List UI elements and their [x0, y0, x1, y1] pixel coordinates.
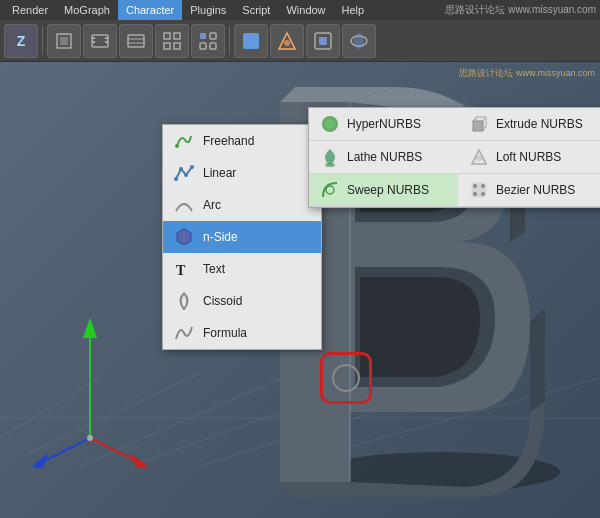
watermark: 思路设计论坛 www.missyuan.com: [445, 3, 596, 17]
watermark-text: 思路设计论坛 www.missyuan.com: [459, 67, 595, 80]
menu-mograph[interactable]: MoGraph: [56, 0, 118, 20]
loft-label: Loft NURBS: [496, 150, 561, 164]
toolbar-obj2[interactable]: [270, 24, 304, 58]
svg-rect-3: [92, 37, 95, 39]
formula-label: Formula: [203, 326, 247, 340]
circle-inner: [332, 364, 360, 392]
nurbs-loft[interactable]: Loft NURBS: [458, 141, 600, 174]
text-icon: T: [173, 258, 195, 280]
nside-icon: [173, 226, 195, 248]
svg-point-42: [174, 177, 178, 181]
svg-rect-13: [174, 43, 180, 49]
menu-nside[interactable]: n-Side: [163, 221, 321, 253]
svg-point-43: [179, 167, 183, 171]
svg-rect-12: [164, 43, 170, 49]
freehand-label: Freehand: [203, 134, 254, 148]
nav-cube-btn[interactable]: Z: [4, 24, 38, 58]
toolbar-grid[interactable]: [155, 24, 189, 58]
svg-rect-6: [105, 41, 108, 43]
svg-point-63: [481, 192, 485, 196]
menu-cissoid[interactable]: Cissoid: [163, 285, 321, 317]
freehand-icon: [173, 130, 195, 152]
menu-character[interactable]: Character: [118, 0, 182, 20]
lathe-label: Lathe NURBS: [347, 150, 422, 164]
arc-label: Arc: [203, 198, 221, 212]
svg-point-60: [473, 184, 477, 188]
toolbar-obj3[interactable]: [306, 24, 340, 58]
toolbar-grid2[interactable]: [191, 24, 225, 58]
menu-script[interactable]: Script: [234, 0, 278, 20]
svg-rect-15: [210, 33, 216, 39]
svg-point-58: [326, 186, 334, 194]
nurbs-extrude[interactable]: Extrude NURBS: [458, 108, 600, 141]
svg-rect-22: [319, 37, 327, 45]
text-label: Text: [203, 262, 225, 276]
menu-formula[interactable]: Formula: [163, 317, 321, 349]
svg-point-41: [175, 144, 179, 148]
nurbs-lathe[interactable]: Lathe NURBS: [309, 141, 458, 174]
svg-rect-14: [200, 33, 206, 39]
menu-render[interactable]: Render: [4, 0, 56, 20]
lathe-icon: [319, 146, 341, 168]
svg-marker-46: [177, 229, 191, 245]
toolbar-obj4[interactable]: [342, 24, 376, 58]
nurbs-hyper[interactable]: HyperNURBS: [309, 108, 458, 141]
viewport: 思路设计论坛 www.missyuan.com: [0, 62, 600, 518]
menubar: Render MoGraph Character Plugins Script …: [0, 0, 600, 20]
svg-rect-11: [174, 33, 180, 39]
menu-arc[interactable]: Arc: [163, 189, 321, 221]
svg-point-40: [87, 435, 93, 441]
extrude-label: Extrude NURBS: [496, 117, 583, 131]
svg-point-62: [473, 192, 477, 196]
bezier-label: Bezier NURBS: [496, 183, 575, 197]
separator-1: [42, 27, 43, 55]
svg-rect-17: [210, 43, 216, 49]
extrude-icon: [468, 113, 490, 135]
hypernurbs-label: HyperNURBS: [347, 117, 421, 131]
toolbar-film[interactable]: [83, 24, 117, 58]
linear-icon: [173, 162, 195, 184]
svg-rect-16: [200, 43, 206, 49]
svg-marker-37: [130, 453, 148, 468]
toolbar-cube[interactable]: [47, 24, 81, 58]
toolbar: Z: [0, 20, 600, 62]
svg-point-55: [325, 163, 335, 167]
svg-point-61: [481, 184, 485, 188]
svg-point-44: [184, 173, 188, 177]
svg-point-20: [284, 40, 290, 46]
nurbs-submenu: HyperNURBS Extrude NURBS: [308, 107, 600, 208]
red-circle-indicator: [320, 352, 372, 404]
linear-label: Linear: [203, 166, 236, 180]
nurbs-bezier[interactable]: Bezier NURBS: [458, 174, 600, 207]
toolbar-obj1[interactable]: [234, 24, 268, 58]
svg-rect-18: [243, 33, 259, 49]
sweep-icon: [319, 179, 341, 201]
hypernurbs-icon: [319, 113, 341, 135]
svg-marker-35: [83, 318, 97, 338]
svg-rect-5: [105, 37, 108, 39]
svg-rect-4: [92, 41, 95, 43]
svg-rect-10: [164, 33, 170, 39]
bezier-icon: [468, 179, 490, 201]
svg-point-24: [354, 33, 364, 49]
svg-rect-50: [473, 121, 483, 131]
menu-help[interactable]: Help: [334, 0, 373, 20]
menu-freehand[interactable]: Freehand: [163, 125, 321, 157]
nurbs-sweep[interactable]: Sweep NURBS: [309, 174, 458, 207]
nside-label: n-Side: [203, 230, 238, 244]
menu-plugins[interactable]: Plugins: [182, 0, 234, 20]
menu-linear[interactable]: Linear: [163, 157, 321, 189]
svg-rect-49: [325, 119, 335, 129]
svg-text:T: T: [176, 263, 186, 278]
svg-point-45: [190, 165, 194, 169]
separator-2: [229, 27, 230, 55]
spline-menu: Freehand Linear Arc: [162, 124, 322, 350]
menu-window[interactable]: Window: [278, 0, 333, 20]
svg-line-38: [40, 438, 90, 463]
toolbar-film2[interactable]: [119, 24, 153, 58]
loft-icon: [468, 146, 490, 168]
formula-icon: [173, 322, 195, 344]
svg-rect-7: [128, 35, 144, 47]
menu-text[interactable]: T Text: [163, 253, 321, 285]
svg-point-57: [474, 155, 484, 161]
